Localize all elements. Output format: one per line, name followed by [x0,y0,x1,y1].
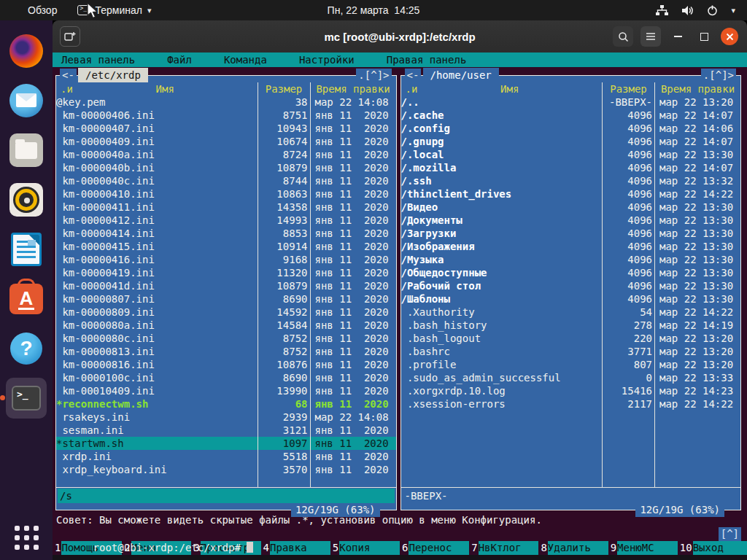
table-row[interactable]: km-00000407.ini10943янв 11 2020 [56,122,396,135]
panel-scroll-right-marker[interactable]: .[^]> [701,69,736,82]
dock-item-firefox[interactable] [6,31,47,71]
minimize-button[interactable] [668,27,687,46]
menu-item[interactable]: Настройки [299,52,355,67]
table-row[interactable]: /Загрузки4096мар 22 13:30 [401,227,741,240]
restore-button[interactable] [694,27,713,46]
column-headers[interactable]: .иИмя Размер Время правки [56,82,396,96]
table-row[interactable]: /.local4096мар 22 13:30 [401,148,741,161]
column-size[interactable]: Размер [602,82,654,96]
table-row[interactable]: km-0000040c.ini8744янв 11 2020 [56,174,396,187]
table-row[interactable]: km-0000041d.ini10879янв 11 2020 [56,279,396,292]
dock-item-help[interactable]: ? [6,328,47,369]
table-row[interactable]: km-00000409.ini10674янв 11 2020 [56,135,396,148]
table-row[interactable]: km-0000040a.ini8724янв 11 2020 [56,148,396,161]
table-row[interactable]: @key.pem38мар 22 14:08 [56,96,396,109]
menu-item[interactable]: Левая панель [61,52,135,67]
table-row[interactable]: /.config4096мар 22 14:06 [401,122,741,135]
table-row[interactable]: km-00000415.ini10914янв 11 2020 [56,240,396,253]
table-row[interactable]: /Рабочий стол4096мар 22 13:30 [401,279,741,292]
table-row[interactable]: km-00000809.ini14592янв 11 2020 [56,306,396,319]
column-size[interactable]: Размер [258,82,310,96]
column-headers[interactable]: .иИмя Размер Время правки [401,82,741,96]
app-menu-button[interactable]: >_ Терминал ▾ [70,4,158,16]
table-row[interactable]: .xsession-errors2117мар 22 14:22 [401,397,741,411]
table-row[interactable]: rsakeys.ini2939мар 22 14:08 [56,411,396,424]
table-row[interactable]: km-0000080a.ini14584янв 11 2020 [56,319,396,332]
command-line[interactable]: root@ubi-xrdp:/etc/xrdp# [^] [53,527,747,541]
table-row[interactable]: /.cache4096мар 22 14:07 [401,109,741,122]
dock-item-terminal[interactable]: >_ [6,378,47,419]
fkey-8[interactable]: 8Удалить [538,541,608,555]
table-row[interactable]: km-00000813.ini8752янв 11 2020 [56,345,396,358]
table-row[interactable]: km-00000807.ini8690янв 11 2020 [56,292,396,306]
column-time[interactable]: Время правки [654,82,740,96]
table-row[interactable]: /Видео4096мар 22 13:30 [401,201,741,214]
activities-button[interactable]: Обзор [0,4,70,16]
panel-scroll-right-marker[interactable]: .[^]> [356,69,391,82]
table-row[interactable]: km-00000406.ini8751янв 11 2020 [56,109,396,122]
table-row[interactable]: /Документы4096мар 22 13:30 [401,214,741,227]
close-button[interactable] [721,28,738,45]
fkey-4[interactable]: 4Правка [261,541,330,555]
table-row[interactable]: sesman.ini3121янв 11 2020 [56,424,396,437]
table-row[interactable]: xrdp_keyboard.ini3570янв 11 2020 [56,463,396,476]
fkey-6[interactable]: 6Перенос [400,541,469,555]
table-row[interactable]: km-00010409.ini13990янв 11 2020 [56,384,396,397]
dock-item-thunderbird[interactable] [6,80,47,121]
table-row[interactable]: km-0000100c.ini8690янв 11 2020 [56,371,396,384]
table-row[interactable]: km-00000816.ini10876янв 11 2020 [56,358,396,371]
table-row[interactable]: /Шаблоны4096мар 22 13:30 [401,292,741,306]
table-row[interactable]: .bash_history278мар 22 14:19 [401,319,741,332]
table-row[interactable]: /.gnupg4096мар 22 14:07 [401,135,741,148]
table-row[interactable]: /Музыка4096мар 22 13:30 [401,253,741,266]
menu-item[interactable]: Команда [224,52,267,67]
table-row[interactable]: /Общедоступные4096мар 22 13:30 [401,266,741,279]
fkey-7[interactable]: 7НвКтлог [469,541,538,555]
left-panel-path[interactable]: /etc/xrdp [78,68,148,82]
dock-item-libreoffice-writer[interactable] [6,229,47,270]
table-row[interactable]: .xorgxrdp.10.log15416мар 22 14:23 [401,384,741,397]
dock-item-rhythmbox[interactable] [6,179,47,220]
column-name[interactable]: Имя [417,82,602,96]
column-time[interactable]: Время правки [310,82,396,96]
table-row[interactable]: km-00000410.ini10863янв 11 2020 [56,187,396,201]
table-row[interactable]: km-00000412.ini14993янв 11 2020 [56,214,396,227]
table-row[interactable]: .bash_logout220мар 22 13:20 [401,332,741,345]
table-row[interactable]: /.ssh4096мар 22 13:32 [401,174,741,187]
new-tab-button[interactable] [60,26,80,47]
table-row[interactable]: km-0000080c.ini8752янв 11 2020 [56,332,396,345]
table-row[interactable]: xrdp.ini5518янв 11 2020 [56,450,396,463]
fkey-10[interactable]: 10Выход [678,541,747,555]
table-row[interactable]: *startwm.sh1097янв 11 2020 [56,437,396,450]
system-status-area[interactable]: ▾ [656,5,747,16]
search-button[interactable] [613,26,633,47]
table-row[interactable]: km-0000040b.ini10879янв 11 2020 [56,161,396,174]
menu-item[interactable]: Файл [167,52,192,67]
table-row[interactable]: .bashrc3771мар 22 13:20 [401,345,741,358]
table-row[interactable]: *reconnectwm.sh68янв 11 2020 [56,397,396,411]
fkey-9[interactable]: 9МенюМС [608,541,678,555]
column-name[interactable]: Имя [73,82,258,96]
table-row[interactable]: .Xauthority54мар 22 14:22 [401,306,741,319]
dock-item-ubuntu-software[interactable]: A [6,279,47,319]
fkey-5[interactable]: 5Копия [330,541,400,555]
table-row[interactable]: km-00000416.ini9168янв 11 2020 [56,253,396,266]
menu-button[interactable] [640,26,661,47]
dock-item-files[interactable] [6,130,47,171]
table-row[interactable]: km-00000411.ini14358янв 11 2020 [56,201,396,214]
table-row[interactable]: km-00000414.ini8853янв 11 2020 [56,227,396,240]
table-row[interactable]: /.mozilla4096мар 22 14:07 [401,161,741,174]
panel-toggle-button[interactable]: [^] [719,527,741,541]
menu-item[interactable]: Правая панель [387,52,467,67]
right-panel-path[interactable]: /home/user [423,68,499,82]
table-row[interactable]: .profile807мар 22 13:20 [401,358,741,371]
titlebar[interactable]: mc [root@ubi-xrdp]:/etc/xrdp [53,20,747,52]
table-row[interactable]: /thinclient_drives4096мар 22 14:22 [401,187,741,201]
panel-scroll-left-marker[interactable]: <- [60,69,77,82]
table-row[interactable]: /Изображения4096мар 22 13:30 [401,240,741,253]
panel-scroll-left-marker[interactable]: <- [405,69,422,82]
table-row[interactable]: km-00000419.ini11320янв 11 2020 [56,266,396,279]
table-row[interactable]: .sudo_as_admin_successful0мар 22 13:33 [401,371,741,384]
show-applications-button[interactable] [15,526,39,550]
table-row[interactable]: /..-ВВЕРХ-мар 22 13:20 [401,96,741,109]
